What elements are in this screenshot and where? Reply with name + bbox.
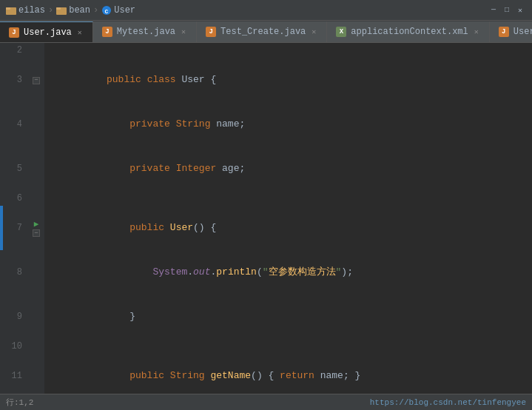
tab-label-app-context: applicationContext.xml [351, 27, 468, 37]
line-content: System.out.println("空参数构造方法"); [44, 250, 532, 295]
table-row: 6 [0, 191, 532, 206]
svg-rect-3 [56, 7, 61, 10]
tab-icon-user-factory: J [499, 27, 509, 37]
tab-icon-mytest: J [102, 27, 112, 37]
breadcrumb-bean-label: bean [69, 5, 90, 16]
line-content [44, 43, 532, 58]
code-panel[interactable]: 2 3 − public class User { 4 privat [0, 43, 532, 394]
gutter-icons: ▶ − [28, 206, 44, 250]
breadcrumb-user-label: User [114, 5, 135, 16]
tab-icon-test-create: J [206, 27, 216, 37]
line-content: public class User { [44, 58, 532, 102]
folder-icon-bean [56, 5, 67, 16]
line-content: private String name; [44, 102, 532, 147]
line-number: 5 [0, 147, 28, 191]
tab-close-user-java[interactable]: ✕ [76, 27, 84, 38]
status-bar: 行:1,2 https://blog.csdn.net/tinfengyee [0, 394, 532, 410]
table-row: 8 System.out.println("空参数构造方法"); [0, 250, 532, 295]
tab-user-factory[interactable]: J UserFactory.java ✕ [490, 21, 532, 42]
gutter-icons [28, 147, 44, 191]
table-row: 3 − public class User { [0, 58, 532, 102]
gutter-icons [28, 339, 44, 354]
tab-icon-user-java: J [9, 27, 19, 38]
breadcrumb-sep-2: › [93, 5, 98, 16]
table-row: 5 private Integer age; [0, 147, 532, 191]
gutter-icons [28, 191, 44, 206]
tab-user-java[interactable]: J User.java ✕ [0, 21, 93, 42]
breadcrumb-bean[interactable]: bean [56, 5, 90, 16]
editor-area: 2 3 − public class User { 4 privat [0, 43, 532, 394]
fold-icon[interactable]: − [33, 77, 40, 84]
table-row: 9 } [0, 295, 532, 339]
close-button[interactable]: ✕ [514, 5, 526, 16]
breadcrumb-sep-1: › [48, 5, 53, 16]
table-row: 2 [0, 43, 532, 58]
folder-icon [6, 5, 16, 16]
line-content: } [44, 295, 532, 339]
line-number: 3 [0, 58, 28, 102]
gutter-icons [28, 102, 44, 147]
gutter-icons [28, 43, 44, 58]
svg-rect-1 [6, 7, 10, 10]
breadcrumb: eilas › bean › C User [6, 5, 135, 16]
tab-mytest-java[interactable]: J Mytest.java ✕ [93, 21, 197, 42]
title-bar: eilas › bean › C User ─ □ ✕ [0, 0, 532, 21]
table-row: 10 [0, 339, 532, 354]
run-icon[interactable]: ▶ [34, 220, 39, 229]
line-content: public String getName() { return name; } [44, 354, 532, 394]
table-row: 11 public String getName() { return name… [0, 354, 532, 394]
tab-label-test-create: Test_Create.java [220, 27, 306, 37]
svg-text:C: C [105, 8, 109, 15]
tab-label-mytest: Mytest.java [117, 27, 175, 37]
fold-icon[interactable]: − [33, 229, 40, 237]
line-number: 2 [0, 43, 28, 58]
table-row: 4 private String name; [0, 102, 532, 147]
line-content [44, 339, 532, 354]
tab-label-user-factory: UserFactory.java [514, 27, 532, 37]
line-content [44, 191, 532, 206]
tabs-bar: J User.java ✕ J Mytest.java ✕ J Test_Cre… [0, 21, 532, 43]
left-gutter-marker [0, 206, 3, 250]
line-number: 11 [0, 354, 28, 394]
tab-close-test-create[interactable]: ✕ [310, 27, 317, 37]
breadcrumb-eilas-label: eilas [18, 5, 45, 16]
minimize-button[interactable]: ─ [488, 5, 499, 16]
line-number: 9 [0, 295, 28, 339]
code-lines: 2 3 − public class User { 4 privat [0, 43, 532, 394]
line-content: private Integer age; [44, 147, 532, 191]
tab-close-mytest[interactable]: ✕ [180, 27, 187, 37]
gutter-icons [28, 295, 44, 339]
blog-url: https://blog.csdn.net/tinfengyee [370, 398, 526, 407]
table-row: 7 ▶ − public User() { [0, 206, 532, 250]
class-icon: C [101, 5, 112, 16]
tab-test-create[interactable]: J Test_Create.java ✕ [197, 21, 327, 42]
tab-label-user-java: User.java [24, 27, 72, 38]
tab-icon-app-context: X [336, 27, 346, 37]
tab-application-context[interactable]: X applicationContext.xml ✕ [327, 21, 489, 42]
gutter-icons [28, 250, 44, 295]
gutter-icons: − [28, 58, 44, 102]
line-content: public User() { [44, 206, 532, 250]
breadcrumb-eilas[interactable]: eilas [6, 5, 45, 16]
window-controls: ─ □ ✕ [486, 5, 526, 16]
line-number: 8 [0, 250, 28, 295]
line-number: 6 [0, 191, 28, 206]
cursor-position: 行:1,2 [6, 397, 33, 408]
gutter-icons [28, 354, 44, 394]
line-number: 4 [0, 102, 28, 147]
line-number: 7 [0, 206, 28, 250]
maximize-button[interactable]: □ [501, 5, 513, 16]
breadcrumb-user[interactable]: C User [101, 5, 135, 16]
tab-close-app-context[interactable]: ✕ [473, 27, 480, 37]
line-number: 10 [0, 339, 28, 354]
